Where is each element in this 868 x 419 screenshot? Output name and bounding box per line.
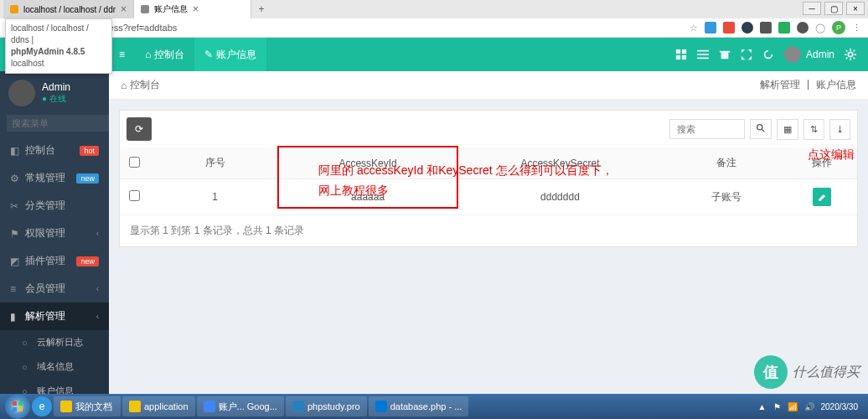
user-avatar <box>8 80 35 106</box>
refresh-icon[interactable] <box>762 49 774 60</box>
tray-up-icon[interactable]: ▲ <box>758 402 767 411</box>
data-table: 序号 AccessKeyId AccessKeySecret 备注 操作 1aa… <box>120 147 857 215</box>
ext-icon-5[interactable] <box>778 22 790 34</box>
row-checkbox[interactable] <box>129 190 140 201</box>
sidebar-subitem-2[interactable]: ○账户信息 <box>12 379 109 395</box>
header-toggle[interactable]: ≡ <box>109 38 135 71</box>
close-icon[interactable]: × <box>193 3 199 15</box>
tab-title-0: localhost / localhost / ddns | p <box>23 5 116 14</box>
ext-icon-1[interactable] <box>705 22 716 34</box>
close-window-button[interactable]: × <box>846 2 865 15</box>
browser-tab-1[interactable]: 账户信息 × <box>134 0 251 18</box>
export-button[interactable]: ⤓ <box>829 119 850 140</box>
favicon-1 <box>141 5 149 13</box>
sidebar-item-2[interactable]: ✂分类管理 <box>0 192 109 220</box>
profile-avatar[interactable]: P <box>832 21 845 34</box>
tray-volume-icon[interactable]: 🔊 <box>804 402 814 411</box>
taskbar-app-3[interactable]: phpstudy.pro <box>286 396 367 416</box>
grid-icon[interactable] <box>675 49 687 60</box>
extension-icons: ☆ ◯ P ⋮ <box>690 21 861 34</box>
clock[interactable]: 2020/3/30 <box>821 402 859 411</box>
admin-menu[interactable]: Admin <box>784 46 834 63</box>
columns-button[interactable]: ▦ <box>777 119 798 140</box>
sidebar-icon: ◩ <box>10 256 20 267</box>
sidebar-subitem-1[interactable]: ○域名信息 <box>12 354 109 379</box>
sidebar-item-3[interactable]: ⚑权限管理‹ <box>0 220 109 247</box>
new-tab-button[interactable]: + <box>251 0 271 18</box>
sidebar-subitem-0[interactable]: ○云解析日志 <box>12 330 109 354</box>
header-tab-dashboard[interactable]: ⌂ 控制台 <box>135 38 194 71</box>
edit-button[interactable] <box>813 188 831 206</box>
ie-button[interactable]: e <box>32 396 52 416</box>
app-icon <box>375 401 387 412</box>
tray-flag-icon[interactable]: ⚑ <box>773 402 781 411</box>
admin-label: Admin <box>806 49 834 60</box>
sidebar-badge: new <box>76 256 99 266</box>
sidebar-item-6[interactable]: ▮解析管理‹ <box>0 303 109 330</box>
gear-icon[interactable] <box>845 49 856 60</box>
close-icon[interactable]: × <box>121 3 127 15</box>
pencil-icon <box>818 193 827 202</box>
svg-rect-13 <box>13 401 17 406</box>
col-accesskeyid[interactable]: AccessKeyId <box>281 147 456 179</box>
table-search-input[interactable] <box>669 119 745 139</box>
browser-tab-0[interactable]: localhost / localhost / ddns | p × <box>3 0 134 18</box>
col-remark[interactable]: 备注 <box>665 147 788 179</box>
sidebar-label: 解析管理 <box>25 309 65 323</box>
sidebar-item-5[interactable]: ≡会员管理‹ <box>0 275 109 303</box>
sidebar-label: 会员管理 <box>25 282 65 296</box>
sidebar-user[interactable]: Admin ● 在线 <box>0 71 109 115</box>
col-accesskeysecret[interactable]: AccessKeySecret <box>455 147 664 179</box>
app-icon <box>60 401 72 412</box>
circle-icon[interactable]: ◯ <box>815 23 825 34</box>
col-id[interactable]: 序号 <box>149 147 280 179</box>
svg-rect-16 <box>18 407 23 411</box>
taskbar-app-2[interactable]: 账户... Goog... <box>197 396 284 416</box>
taskbar-app-4[interactable]: database.php - ... <box>369 396 469 416</box>
trash-icon[interactable] <box>719 49 731 60</box>
sidebar-label: 控制台 <box>25 143 55 158</box>
taskbar: e 我的文档application账户... Goog...phpstudy.p… <box>0 394 868 419</box>
svg-rect-2 <box>676 55 680 59</box>
search-go-button[interactable] <box>750 119 772 139</box>
col-op[interactable]: 操作 <box>788 147 857 179</box>
star-icon[interactable]: ☆ <box>690 23 698 34</box>
sidebar-item-1[interactable]: ⚙常规管理new <box>0 164 109 192</box>
crumb-link-1[interactable]: 解析管理 <box>760 78 800 92</box>
header-tab-account[interactable]: ✎ 账户信息 <box>194 38 266 71</box>
taskbar-app-1[interactable]: application <box>122 396 195 416</box>
taskbar-app-0[interactable]: 我的文档 <box>54 396 121 416</box>
list-icon[interactable] <box>697 49 709 60</box>
refresh-button[interactable]: ⟳ <box>127 117 152 141</box>
chevron-icon: ‹ <box>96 312 99 321</box>
sidebar-icon: ≡ <box>10 283 20 295</box>
svg-line-11 <box>762 129 764 132</box>
cell-secret: ddddddd <box>455 179 664 215</box>
sidebar-item-0[interactable]: ◧控制台hot <box>0 137 109 164</box>
maximize-button[interactable]: ▢ <box>824 2 843 15</box>
ext-icon-4[interactable] <box>760 22 772 34</box>
sidebar-icon: ⚑ <box>10 228 20 240</box>
menu-icon[interactable]: ⋮ <box>852 23 861 34</box>
start-button[interactable] <box>5 394 30 419</box>
ext-icon-6[interactable] <box>797 22 809 34</box>
ext-icon-3[interactable] <box>741 22 753 34</box>
crumb-link-2[interactable]: 账户信息 <box>816 78 856 92</box>
search-input[interactable] <box>7 115 109 132</box>
select-all-checkbox[interactable] <box>129 157 140 168</box>
crumb-label[interactable]: 控制台 <box>130 78 160 92</box>
user-status: ● 在线 <box>42 93 70 105</box>
user-info: Admin ● 在线 <box>42 81 70 105</box>
circle-icon: ○ <box>22 362 32 372</box>
tray-network-icon[interactable]: 📶 <box>788 402 798 411</box>
tooltip-line3: localhost <box>11 58 106 70</box>
sidebar-icon: ▮ <box>10 311 20 323</box>
sidebar-item-4[interactable]: ◩插件管理new <box>0 247 109 275</box>
ext-icon-2[interactable] <box>723 22 735 34</box>
sidebar-badge: new <box>76 173 99 184</box>
expand-icon[interactable] <box>741 49 752 60</box>
header-tab-label-1: 账户信息 <box>216 48 256 62</box>
minimize-button[interactable]: ─ <box>803 2 821 15</box>
app-label: phpstudy.pro <box>307 401 360 411</box>
sort-button[interactable]: ⇅ <box>803 119 824 140</box>
